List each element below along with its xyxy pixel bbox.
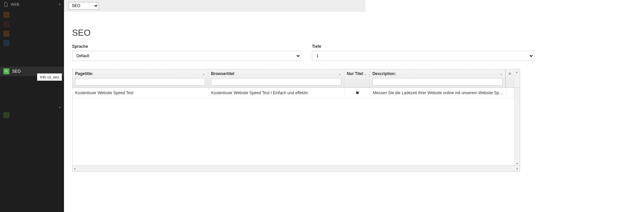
seo-grid: Pagetitle: ⌄ Browsertitel ⌄ (72, 69, 520, 172)
module-sidebar: WEB ▾ SEO ▾ Info cs_seo (0, 0, 64, 212)
sidebar-item-module-5[interactable] (0, 48, 64, 57)
doc-header: SEO (64, 0, 365, 11)
sidebar-item-module-1[interactable] (0, 10, 64, 20)
sidebar-item-module-9[interactable] (0, 95, 64, 104)
sidebar-collapse-toggle[interactable]: ▾ (0, 104, 64, 110)
filter-language-select[interactable]: Default (72, 51, 301, 61)
col-only-title-label: Nur Titel (347, 71, 363, 76)
cell-tools (506, 88, 514, 98)
chevron-down-icon[interactable]: ⌄ (202, 72, 205, 76)
sidebar-tooltip: Info cs_seo (37, 73, 62, 81)
module-function-select[interactable]: SEO (69, 2, 99, 9)
filter-depth: Tiefe 1 (312, 44, 534, 61)
x-icon: ✖ (356, 91, 359, 95)
sidebar-item-module-6[interactable] (0, 57, 64, 67)
sidebar-item-module-2[interactable] (0, 20, 64, 29)
scroll-down-icon: ▾ (516, 162, 518, 165)
scroll-left-icon: ◂ (74, 167, 75, 170)
grid-hscroll[interactable]: ◂ ▸ (72, 165, 520, 171)
grid-vscroll-bottom[interactable]: ▾ (514, 88, 520, 165)
cell-description: Messen Sie die Ladezeit Ihrer Website on… (370, 88, 506, 98)
col-only-title[interactable]: Nur Titel ⌄ (344, 69, 370, 87)
sidebar-section-web[interactable]: WEB ▾ (0, 0, 64, 9)
cell-browsertitle: Kostenloser Website Speed Test I Einfach… (208, 88, 345, 98)
sidebar-item-module-10[interactable] (0, 110, 64, 120)
col-description[interactable]: Description: ⌄ (370, 69, 506, 87)
content-area: SEO Sprache Default Tiefe 1 (64, 11, 644, 176)
chevron-down-icon[interactable]: ⌄ (339, 72, 341, 76)
sidebar-module-list: SEO (0, 10, 64, 104)
cell-pagetitle: Kostenloser Website Speed Test (72, 88, 208, 98)
svg-line-1 (7, 72, 8, 73)
filter-pagetitle-input[interactable] (75, 78, 205, 85)
chevron-down-icon: ▾ (59, 3, 61, 6)
grid-tools[interactable]: ≡ (506, 69, 514, 87)
sidebar-item-module-3[interactable] (0, 29, 64, 38)
sidebar-section-label: WEB (11, 2, 19, 6)
main-content: SEO SEO Sprache Default Tiefe 1 (64, 0, 644, 212)
search-icon (3, 68, 9, 74)
col-browsertitle[interactable]: Browsertitel ⌄ (208, 69, 344, 87)
filter-row: Sprache Default Tiefe 1 (72, 44, 636, 61)
filter-depth-select[interactable]: 1 (312, 51, 534, 61)
col-pagetitle-label: Pagetitle: (75, 71, 93, 76)
page-title: SEO (72, 28, 636, 38)
filter-language: Sprache Default (72, 44, 301, 61)
col-browsertitle-label: Browsertitel (211, 71, 234, 76)
menu-icon[interactable]: ≡ (509, 71, 511, 76)
page-icon (3, 2, 8, 7)
grid-rows: Kostenloser Website Speed Test Kostenlos… (72, 88, 514, 165)
svg-point-0 (5, 70, 7, 72)
scroll-up-icon: ▴ (516, 70, 518, 74)
grid-vscroll[interactable]: ▴ (514, 69, 520, 87)
grid-body: Kostenloser Website Speed Test Kostenlos… (72, 88, 520, 165)
col-description-label: Description: (373, 71, 396, 76)
col-pagetitle[interactable]: Pagetitle: ⌄ (72, 69, 208, 87)
chevron-down-icon[interactable]: ⌄ (500, 72, 503, 76)
grid-header: Pagetitle: ⌄ Browsertitel ⌄ (72, 69, 520, 88)
filter-language-label: Sprache (72, 44, 301, 49)
sidebar-item-module-4[interactable] (0, 38, 64, 48)
sidebar-item-module-8[interactable] (0, 85, 64, 95)
table-row[interactable]: Kostenloser Website Speed Test Kostenlos… (72, 88, 514, 98)
scroll-right-icon: ▸ (517, 167, 518, 170)
filter-depth-label: Tiefe (312, 44, 534, 49)
chevron-down-icon[interactable]: ⌄ (364, 72, 367, 76)
cell-only-title: ✖ (345, 88, 370, 98)
filter-description-input[interactable] (373, 78, 503, 85)
filter-browsertitle-input[interactable] (211, 78, 341, 85)
seo-grid-wrap: Pagetitle: ⌄ Browsertitel ⌄ (72, 69, 636, 172)
sidebar-item-label: SEO (12, 69, 21, 74)
